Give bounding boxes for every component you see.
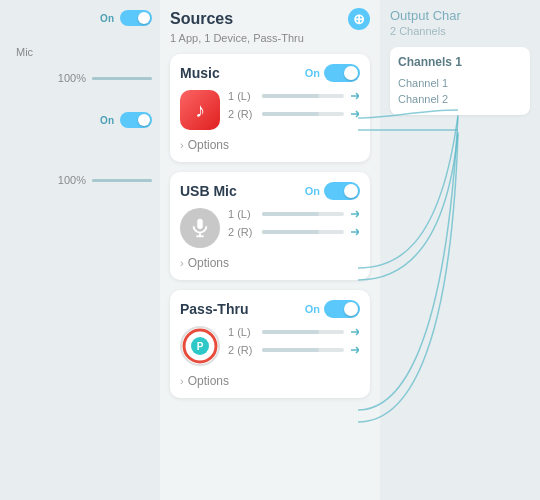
usb-mic-ch1-arrow [350,209,360,219]
left-panel: On Mic 100% On 100% [0,0,160,500]
usb-mic-ch1-slider[interactable] [262,212,344,216]
music-card-title: Music [180,65,220,81]
music-ch1-arrow [350,91,360,101]
usb-mic-channel-1: 1 (L) [228,208,360,220]
music-options-label: Options [188,138,229,152]
usb-mic-card-content: 1 (L) 2 (R) [180,208,360,248]
mic-icon [180,208,220,248]
music-options-row[interactable]: › Options [180,138,360,152]
passthru-icon: P [180,326,220,366]
music-ch2-fill [262,112,319,116]
music-toggle-label: On [305,67,320,79]
pass-thru-ch1-label: 1 (L) [228,326,256,338]
pass-thru-options-chevron-icon: › [180,375,184,387]
usb-mic-ch1-label: 1 (L) [228,208,256,220]
usb-mic-channel-2: 2 (R) [228,226,360,238]
left-slider-row-1: 100% [8,72,152,84]
usb-mic-options-label: Options [188,256,229,270]
music-options-chevron-icon: › [180,139,184,151]
usb-mic-ch2-fill [262,230,319,234]
left-toggle-row-1: On [8,10,152,26]
music-card-header: Music On [180,64,360,82]
pass-thru-toggle[interactable] [324,300,360,318]
music-toggle-row: On [305,64,360,82]
left-slider-2-fill [92,179,152,182]
usb-mic-card-title: USB Mic [180,183,237,199]
usb-mic-ch2-arrow [350,227,360,237]
pass-thru-card-header: Pass-Thru On [180,300,360,318]
left-slider-1-fill [92,77,152,80]
output-subtitle: 2 Channels [390,25,530,37]
pass-thru-channel-2: 2 (R) [228,344,360,356]
music-channel-2: 2 (R) [228,108,360,120]
pass-thru-card-title: Pass-Thru [180,301,248,317]
music-ch1-fill [262,94,319,98]
usb-mic-options-chevron-icon: › [180,257,184,269]
left-device-label: Mic [16,46,33,58]
left-toggle-2-label: On [100,115,114,126]
pass-thru-ch1-slider[interactable] [262,330,344,334]
music-channels: 1 (L) 2 (R) [228,90,360,120]
music-card-content: ♪ 1 (L) 2 (R) [180,90,360,130]
usb-mic-options-row[interactable]: › Options [180,256,360,270]
sources-subtitle: 1 App, 1 Device, Pass-Thru [170,32,370,44]
music-ch2-arrow [350,109,360,119]
usb-mic-ch2-label: 2 (R) [228,226,256,238]
app-container: On Mic 100% On 100% Sources ⊕ [0,0,540,500]
usb-mic-card-header: USB Mic On [180,182,360,200]
sources-title: Sources [170,10,233,28]
left-slider-row-2: 100% [8,174,152,186]
output-channels-section: Channels 1 Channel 1 Channel 2 [390,47,530,115]
left-toggle-row-2: On [8,112,152,128]
music-toggle[interactable] [324,64,360,82]
add-source-icon: ⊕ [353,11,365,27]
pass-thru-channels: 1 (L) 2 (R) [228,326,360,356]
usb-mic-card: USB Mic On 1 (L) [170,172,370,280]
music-app-icon: ♪ [180,90,220,130]
pass-thru-ch2-slider[interactable] [262,348,344,352]
music-channel-1: 1 (L) [228,90,360,102]
pass-thru-ch1-arrow [350,327,360,337]
usb-mic-toggle-row: On [305,182,360,200]
pass-thru-options-label: Options [188,374,229,388]
usb-mic-ch2-slider[interactable] [262,230,344,234]
left-slider-2-track[interactable] [92,179,152,182]
pass-thru-ch1-fill [262,330,319,334]
left-toggle-1[interactable] [120,10,152,26]
pass-thru-options-row[interactable]: › Options [180,374,360,388]
left-toggle-1-label: On [100,13,114,24]
pass-thru-toggle-row: On [305,300,360,318]
pass-thru-toggle-label: On [305,303,320,315]
svg-rect-0 [197,219,203,229]
music-ch1-label: 1 (L) [228,90,256,102]
music-ch2-label: 2 (R) [228,108,256,120]
usb-mic-ch1-fill [262,212,319,216]
music-ch1-slider[interactable] [262,94,344,98]
left-slider-1-value: 100% [54,72,86,84]
usb-mic-toggle[interactable] [324,182,360,200]
sources-header: Sources ⊕ [170,8,370,30]
output-channel-1: Channel 1 [398,75,522,91]
usb-mic-toggle-label: On [305,185,320,197]
pass-thru-card: Pass-Thru On P 1 (L) [170,290,370,398]
music-ch2-slider[interactable] [262,112,344,116]
output-channels-title: Channels 1 [398,55,522,69]
svg-text:P: P [197,341,204,352]
left-slider-2-value: 100% [54,174,86,186]
output-channel-2: Channel 2 [398,91,522,107]
left-toggle-2[interactable] [120,112,152,128]
right-panel: Output Char 2 Channels Channels 1 Channe… [380,0,540,500]
pass-thru-channel-1: 1 (L) [228,326,360,338]
output-title: Output Char [390,8,530,23]
pass-thru-card-content: P 1 (L) 2 (R) [180,326,360,366]
left-slider-1-track[interactable] [92,77,152,80]
music-card: Music On ♪ 1 (L) [170,54,370,162]
pass-thru-ch2-arrow [350,345,360,355]
pass-thru-ch2-fill [262,348,319,352]
pass-thru-ch2-label: 2 (R) [228,344,256,356]
usb-mic-channels: 1 (L) 2 (R) [228,208,360,238]
sources-panel: Sources ⊕ 1 App, 1 Device, Pass-Thru Mus… [160,0,380,500]
add-source-button[interactable]: ⊕ [348,8,370,30]
music-note-icon: ♪ [195,99,205,122]
